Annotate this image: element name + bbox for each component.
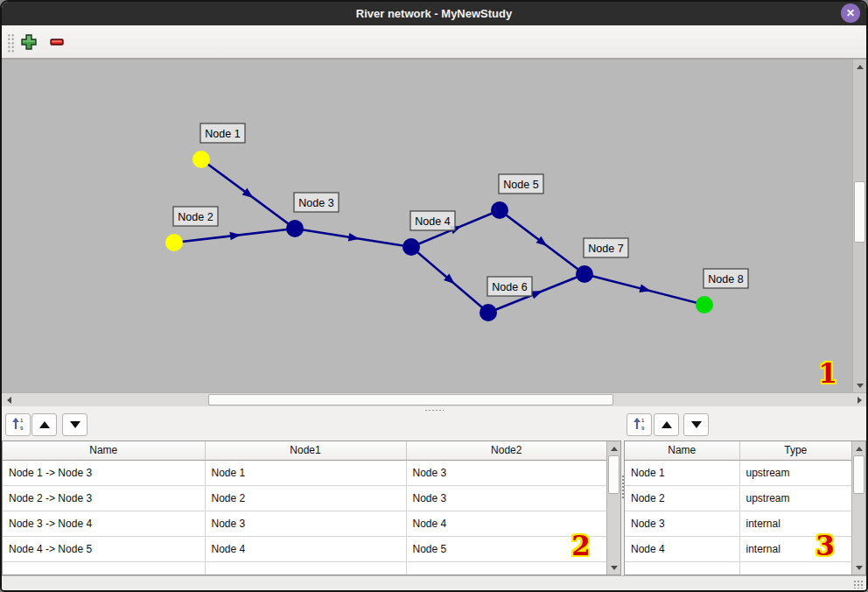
hscrollbar-thumb[interactable]	[208, 394, 613, 405]
remove-button[interactable]	[46, 32, 67, 53]
add-button[interactable]	[18, 32, 39, 53]
table-cell[interactable]: internal	[739, 536, 851, 561]
table-cell[interactable]: Node 2	[205, 485, 406, 511]
branch-row[interactable]: Node 1 -> Node 3Node 1Node 3	[3, 460, 606, 485]
main-toolbar	[2, 25, 866, 60]
move-node-up-button[interactable]	[654, 413, 679, 436]
node-row[interactable]: Node 4internal	[625, 536, 851, 561]
table-cell[interactable]: Node 4	[406, 511, 606, 536]
branch-row[interactable]: Node 3 -> Node 4Node 3Node 4	[3, 511, 606, 536]
column-header[interactable]: Type	[739, 441, 851, 460]
horizontal-splitter[interactable]	[2, 406, 866, 413]
node-label[interactable]: Node 4	[410, 211, 455, 230]
nodes-table-vscrollbar[interactable]	[851, 441, 865, 574]
resize-grip-icon[interactable]	[853, 580, 864, 588]
table-cell[interactable]: Node 5	[406, 536, 606, 561]
table-cell[interactable]: Node 4	[625, 536, 739, 561]
up-triangle-icon	[39, 421, 50, 428]
branches-table-vscrollbar[interactable]	[606, 441, 620, 574]
plus-icon	[20, 40, 38, 53]
scroll-up-arrow[interactable]	[853, 60, 866, 73]
network-node[interactable]	[286, 220, 304, 237]
move-branch-down-button[interactable]	[62, 413, 88, 436]
table-cell[interactable]: upstream	[739, 485, 851, 511]
close-button[interactable]: ✕	[841, 4, 860, 23]
column-header[interactable]: Node2	[406, 441, 606, 460]
network-node[interactable]	[480, 304, 497, 321]
network-node[interactable]	[192, 151, 210, 168]
table-cell[interactable]: Node 1	[625, 460, 739, 485]
toolbar-drag-handle[interactable]	[7, 33, 15, 53]
branches-table-panel: NameNode1Node2 Node 1 -> Node 3Node 1Nod…	[2, 440, 621, 575]
scroll-up-arrow[interactable]	[607, 442, 620, 455]
scroll-right-arrow[interactable]	[853, 393, 865, 406]
network-node[interactable]	[402, 238, 420, 256]
node-label-text: Node 8	[708, 273, 743, 285]
scroll-left-arrow[interactable]	[3, 393, 15, 406]
column-header[interactable]: Name	[3, 441, 205, 460]
node-label-text: Node 3	[298, 197, 333, 209]
scroll-down-arrow[interactable]	[852, 561, 865, 574]
network-node[interactable]	[696, 296, 713, 314]
node-label[interactable]: Node 5	[499, 174, 543, 194]
node-label[interactable]: Node 8	[704, 269, 748, 288]
sort-branches-button[interactable]: 1 9	[5, 413, 31, 436]
table-cell[interactable]: Node 1	[205, 460, 406, 485]
network-node[interactable]	[576, 265, 593, 283]
table-cell[interactable]: Node 3	[205, 511, 406, 536]
canvas-hscrollbar[interactable]	[2, 392, 866, 406]
node-row[interactable]: Node 2upstream	[625, 485, 851, 511]
vscrollbar-thumb[interactable]	[853, 455, 864, 494]
node-label-text: Node 6	[492, 281, 527, 293]
canvas-vscrollbar[interactable]	[852, 60, 866, 392]
node-row[interactable]: Node 3internal	[625, 511, 851, 536]
node-label-text: Node 7	[588, 243, 623, 255]
table-cell[interactable]: Node 3 -> Node 4	[3, 511, 205, 536]
window-title: River network - MyNewStudy	[356, 7, 512, 20]
node-label-text: Node 4	[415, 215, 450, 228]
titlebar[interactable]: River network - MyNewStudy ✕	[2, 2, 866, 25]
node-label[interactable]: Node 2	[173, 207, 218, 226]
scroll-down-arrow[interactable]	[853, 379, 866, 391]
table-cell[interactable]: Node 2	[625, 485, 739, 511]
network-node[interactable]	[491, 201, 508, 219]
table-cell[interactable]: Node 3	[625, 511, 739, 536]
node-row[interactable]: Node 1upstream	[625, 460, 851, 485]
scroll-up-arrow[interactable]	[852, 442, 865, 455]
nodes-table[interactable]: NameType Node 1upstreamNode 2upstreamNod…	[625, 441, 851, 574]
node-label[interactable]: Node 1	[200, 123, 245, 143]
river-network-graph: Node 1Node 2Node 3Node 4Node 5Node 6Node…	[2, 60, 852, 392]
status-bar	[2, 575, 866, 590]
vscrollbar-thumb[interactable]	[608, 455, 620, 494]
network-node[interactable]	[165, 234, 183, 251]
table-cell[interactable]: Node 3	[406, 485, 606, 511]
minus-icon	[48, 40, 66, 53]
node-label[interactable]: Node 7	[584, 238, 628, 257]
table-cell[interactable]: upstream	[739, 460, 851, 485]
sort-ascending-icon: 1 9	[11, 417, 25, 433]
table-cell[interactable]: Node 4 -> Node 5	[3, 536, 205, 561]
branch-row[interactable]: Node 4 -> Node 5Node 4Node 5	[3, 536, 606, 561]
scroll-down-arrow[interactable]	[607, 561, 620, 574]
table-cell[interactable]: Node 4	[205, 536, 406, 561]
move-branch-up-button[interactable]	[32, 413, 57, 436]
column-header[interactable]: Node1	[205, 441, 406, 460]
up-triangle-icon	[662, 421, 672, 428]
close-icon: ✕	[846, 7, 855, 19]
sort-nodes-button[interactable]: 1 9	[626, 413, 652, 436]
empty-row	[3, 561, 606, 574]
table-cell[interactable]: internal	[739, 511, 851, 536]
move-node-down-button[interactable]	[683, 413, 709, 436]
branches-header-row: NameNode1Node2	[3, 441, 606, 460]
vscrollbar-thumb[interactable]	[854, 181, 865, 243]
table-cell[interactable]: Node 2 -> Node 3	[3, 485, 205, 511]
table-cell[interactable]: Node 1 -> Node 3	[3, 460, 205, 485]
table-cell[interactable]: Node 3	[406, 460, 606, 485]
branches-table[interactable]: NameNode1Node2 Node 1 -> Node 3Node 1Nod…	[3, 441, 606, 574]
node-label[interactable]: Node 3	[294, 193, 339, 212]
node-label[interactable]: Node 6	[487, 277, 532, 296]
network-canvas[interactable]: Node 1Node 2Node 3Node 4Node 5Node 6Node…	[2, 60, 852, 392]
column-header[interactable]: Name	[625, 441, 739, 460]
branch-row[interactable]: Node 2 -> Node 3Node 2Node 3	[3, 485, 606, 511]
svg-text:1: 1	[20, 418, 24, 423]
